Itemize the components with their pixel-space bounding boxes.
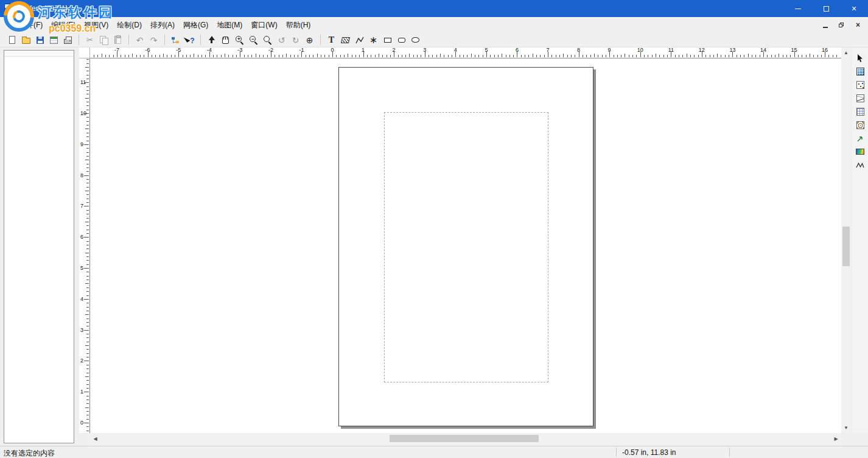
window-title: Surfer - [图形1] [18,4,68,14]
zoom-window-button[interactable] [261,33,275,47]
h-ruler-label: 6 [516,48,519,53]
ruler-corner [79,48,90,58]
zoom-in-button[interactable]: + [233,33,247,47]
print-button[interactable] [61,33,75,47]
polygon-tool-button[interactable] [338,33,352,47]
rectangle-tool-button[interactable] [380,33,394,47]
menu-bar: 文件(F)编辑(E)视图(V)绘制(D)排列(A)网格(G)地图(M)窗口(W)… [0,17,868,33]
mdi-minimize-button[interactable] [820,21,830,30]
zoom-full-button[interactable]: ⊕ [303,33,317,47]
v-ruler-label: 10 [80,111,86,116]
ellipse-tool-button[interactable] [408,33,422,47]
pan-button[interactable] [219,33,233,47]
v-ruler-label: 6 [80,234,83,240]
h-ruler-label: 14 [760,48,766,53]
v-ruler-label: 4 [80,296,83,301]
open-button[interactable] [19,33,33,47]
new-contour-map-button[interactable] [853,118,867,132]
rounded-rect-tool-button[interactable] [394,33,408,47]
toolbar-separator [128,35,129,45]
scrollbar-corner [841,433,851,444]
minimize-button[interactable] [784,0,812,17]
grid-editor-button[interactable] [853,105,867,118]
redo-button[interactable]: ↷ [147,33,161,47]
scroll-up-button[interactable]: ▲ [841,48,851,58]
rotate-ccw-button[interactable]: ↺ [275,33,289,47]
h-ruler-label: -3 [237,48,242,53]
h-ruler-label: -1 [299,48,304,53]
toolbar-separator [79,35,79,45]
menu-arrange[interactable]: 排列(A) [146,18,179,33]
v-ruler-label: 7 [80,203,83,209]
toolbar-separator [320,35,321,45]
new-worksheet-button[interactable] [47,33,61,47]
new-post-map-button[interactable] [853,78,867,91]
statusbar-separator [729,448,730,457]
new-button[interactable] [5,33,19,47]
arrow-left-icon: ◀ [93,436,97,442]
menu-map[interactable]: 地图(M) [212,18,247,33]
cut-button[interactable]: ✂ [83,33,97,47]
drawing-canvas[interactable] [90,58,841,433]
menu-help[interactable]: 帮助(H) [282,18,315,33]
h-ruler-label: 3 [423,48,426,53]
new-3d-wireframe-button[interactable] [853,158,867,172]
polyline-tool-button[interactable] [352,33,366,47]
mdi-window-controls: × [820,21,868,30]
h-ruler-label: 1 [362,48,365,53]
h-ruler-label: 15 [791,48,797,53]
undo-button[interactable]: ↶ [133,33,147,47]
v-ruler-label: 5 [80,266,83,271]
status-message: 没有选定的内容 [4,448,55,458]
rotate-cw-button[interactable]: ↻ [289,33,303,47]
h-ruler-label: -7 [114,48,119,53]
scroll-left-button[interactable]: ◀ [90,433,100,444]
select-button[interactable] [205,33,219,47]
zoom-out-button[interactable]: − [247,33,261,47]
copy-button[interactable] [97,33,111,47]
new-base-map-button[interactable] [853,91,867,105]
menu-view[interactable]: 视图(V) [80,18,113,33]
save-button[interactable] [33,33,47,47]
h-ruler-label: 12 [699,48,705,53]
v-ruler-label: 3 [80,327,83,333]
v-ruler-label: 0 [80,420,83,426]
horizontal-scrollbar[interactable]: ◀ ▶ [90,433,841,444]
app-icon [4,4,14,13]
text-tool-button[interactable]: T [324,33,338,47]
h-ruler-label: 4 [454,48,457,53]
mdi-restore-button[interactable] [836,21,847,30]
select-pointer-button[interactable] [853,51,867,65]
statusbar-separator [616,448,617,457]
close-button[interactable]: × [840,0,868,17]
context-help-button[interactable]: ? [183,33,197,47]
scroll-down-button[interactable]: ▼ [841,423,851,433]
vertical-scrollbar[interactable]: ▲ ▼ [841,48,851,433]
h-ruler-label: 7 [546,48,549,53]
horizontal-scroll-thumb[interactable] [390,435,539,442]
h-ruler-label: -2 [268,48,273,53]
v-ruler-label: 1 [80,389,83,395]
menu-edit[interactable]: 编辑(E) [47,18,80,33]
h-ruler-label: 9 [608,48,611,53]
object-manager-button[interactable] [169,33,183,47]
vertical-scroll-thumb[interactable] [842,227,850,266]
new-vector-map-button[interactable] [853,132,867,145]
object-manager-panel [4,50,74,443]
symbol-tool-button[interactable]: ∗ [366,33,380,47]
mdi-close-button[interactable]: × [853,21,863,30]
toolbar-separator [200,35,201,45]
menu-file[interactable]: 文件(F) [15,18,47,33]
h-ruler-label: 2 [393,48,396,53]
paste-button[interactable] [111,33,125,47]
menu-window[interactable]: 窗口(W) [247,18,281,33]
new-image-map-button[interactable] [853,65,867,78]
h-ruler-label: -4 [207,48,212,53]
scroll-right-button[interactable]: ▶ [831,433,841,444]
menu-draw[interactable]: 绘制(D) [113,18,146,33]
h-ruler-label: 10 [637,48,643,53]
maximize-button[interactable] [812,0,840,17]
menu-grid[interactable]: 网格(G) [179,18,212,33]
new-3d-surface-button[interactable] [853,145,867,158]
map-toolbar [852,48,868,433]
